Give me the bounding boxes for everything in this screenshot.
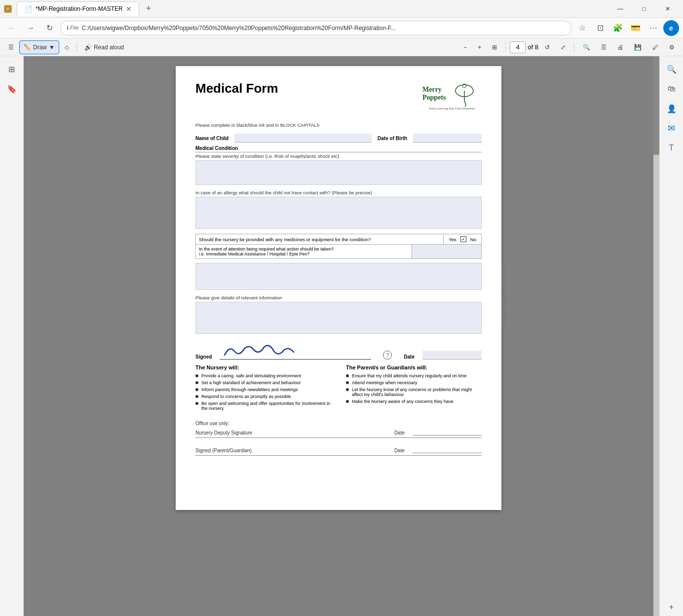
eraser-button[interactable]: ◇ xyxy=(60,40,74,54)
nursery-col: The Nursery will: Provide a caring, safe… xyxy=(195,364,331,413)
draw-label: Draw xyxy=(33,44,47,51)
draw-tool-button[interactable]: ✏️ Draw ▼ xyxy=(19,40,59,54)
draw-dropdown-icon: ▼ xyxy=(49,44,55,51)
right-sidebar: 🔍 🛍 👤 ✉ T + xyxy=(659,56,683,616)
list-item: Attend meetings when necessary xyxy=(346,380,482,385)
main-layout: ⊞ 🔖 MEDICAL FORM Medical Form xyxy=(0,56,683,616)
address-icons: ☆ ⊡ 🧩 💳 ⋯ e xyxy=(574,20,679,36)
list-item: Let the Nursery know of any concerns or … xyxy=(346,387,482,397)
zoom-in-button[interactable]: + xyxy=(473,40,486,54)
tools-button[interactable]: 🖊 xyxy=(648,40,663,54)
relevant-info-label: Please give details of relevant informat… xyxy=(195,295,482,300)
new-tab-button[interactable]: + xyxy=(143,3,154,14)
separator-1 xyxy=(76,42,77,52)
signature-svg xyxy=(220,341,299,358)
medicines-row: Should the nursery be provided with any … xyxy=(195,234,482,245)
signed-label: Signed xyxy=(195,354,212,360)
date-label2: Date xyxy=(394,430,405,435)
tab-title: *MP-Registration-Form-MASTER xyxy=(36,5,123,12)
list-item: Make the Nursery aware of any concerns t… xyxy=(346,399,482,404)
logo-area: Merry Poppets Early Learning Day Care Nu… xyxy=(422,81,482,114)
sidebar-outlook-icon[interactable]: ✉ xyxy=(663,119,681,137)
nursery-deputy-label: Nursery Deputy Signature xyxy=(195,430,386,435)
allergy-question: In case of an allergy what should the ch… xyxy=(195,190,482,195)
title-bar-left: 📄 *MP-Registration-Form-MASTER ✕ + xyxy=(4,1,154,16)
signed-parent-label: Signed (Parent/Guardian) xyxy=(195,448,386,453)
settings-button[interactable]: ⚙ xyxy=(665,40,679,54)
form-header: Medical Form Merry Poppets Early Learnin… xyxy=(195,81,482,114)
immersive-reader-button[interactable]: ☰ xyxy=(597,40,611,54)
form-instruction: Please complete in black/blue ink and in… xyxy=(195,122,482,128)
extensions-icon[interactable]: 🧩 xyxy=(610,20,626,36)
title-bar: 📄 *MP-Registration-Form-MASTER ✕ + — □ ✕ xyxy=(0,0,683,18)
fit-page-button[interactable]: ⊞ xyxy=(488,40,501,54)
parent-will-list: Ensure that my child attends nursery reg… xyxy=(346,373,482,404)
sidebar-person-icon[interactable]: 👤 xyxy=(663,100,681,117)
pdf-page: MEDICAL FORM Medical Form Merry xyxy=(176,66,501,510)
full-screen-button[interactable]: ⤢ xyxy=(556,40,570,54)
attention-question: In the event of attention being required… xyxy=(196,245,412,258)
sidebar-thumbnails-icon[interactable]: ⊞ xyxy=(3,60,21,78)
read-aloud-button[interactable]: 🔊 Read aloud xyxy=(80,40,128,54)
tab-close-button[interactable]: ✕ xyxy=(126,5,132,13)
allergy-input[interactable] xyxy=(195,197,482,229)
settings-more-icon[interactable]: ⋯ xyxy=(645,20,661,36)
maximize-button[interactable]: □ xyxy=(633,1,655,17)
sidebar-shopping-icon[interactable]: 🛍 xyxy=(663,80,681,98)
date-label3: Date xyxy=(394,448,405,453)
wallet-icon[interactable]: 💳 xyxy=(628,20,644,36)
svg-text:Merry: Merry xyxy=(422,86,442,93)
parent-col: The Parent/s or Guardian/s will: Ensure … xyxy=(346,364,482,413)
sidebar-bookmarks-icon[interactable]: 🔖 xyxy=(3,80,21,98)
attention-answer[interactable] xyxy=(412,245,481,258)
separator-3 xyxy=(574,42,574,52)
name-input[interactable] xyxy=(234,134,372,143)
read-aloud-label: Read aloud xyxy=(94,44,124,51)
close-button[interactable]: ✕ xyxy=(656,1,679,17)
scrollbar-thumb[interactable] xyxy=(653,56,659,155)
help-icon[interactable]: ? xyxy=(383,351,392,360)
yn-answers: Yes ✓ No xyxy=(444,234,481,244)
profile-collections-icon[interactable]: ⊡ xyxy=(592,20,608,36)
favorites-icon[interactable]: ☆ xyxy=(574,20,590,36)
sidebar-add-icon[interactable]: + xyxy=(663,598,681,616)
sidebar-search-icon[interactable]: 🔍 xyxy=(663,60,681,78)
signature-row: Signed ? Date xyxy=(195,342,482,360)
address-bar: ← → ↻ ℹ File C:/Users/wigwe/Dropbox/Merr… xyxy=(0,18,683,38)
merry-poppets-logo: Merry Poppets Early Learning Day Care Nu… xyxy=(422,81,482,113)
zoom-out-button[interactable]: − xyxy=(459,40,471,54)
relevant-info-input[interactable] xyxy=(195,302,482,334)
date-input[interactable] xyxy=(422,351,482,360)
list-item: Provide a caring, safe and stimulating e… xyxy=(195,373,331,378)
two-col-section: The Nursery will: Provide a caring, safe… xyxy=(195,364,482,413)
severity-input[interactable] xyxy=(195,160,482,185)
page-number-input[interactable] xyxy=(510,41,526,53)
search-button[interactable]: 🔍 xyxy=(578,40,595,54)
date-label: Date xyxy=(404,354,415,360)
rotate-button[interactable]: ↺ xyxy=(540,40,554,54)
forward-button[interactable]: → xyxy=(23,20,38,36)
refresh-button[interactable]: ↻ xyxy=(41,20,57,36)
toolbar-left-group: ☰ ✏️ Draw ▼ ◇ 🔊 Read aloud xyxy=(4,40,128,54)
save-button[interactable]: 💾 xyxy=(630,40,646,54)
action-textarea[interactable] xyxy=(195,263,482,290)
menu-button[interactable]: ☰ xyxy=(4,40,18,54)
signature-area[interactable] xyxy=(220,342,371,360)
dob-label: Date of Birth xyxy=(378,136,407,141)
minimize-button[interactable]: — xyxy=(609,1,632,17)
scrollbar[interactable] xyxy=(653,56,659,616)
pen-icon: ✏️ xyxy=(24,44,31,51)
nursery-deputy-row: Nursery Deputy Signature Date xyxy=(195,430,482,438)
pdf-area[interactable]: MEDICAL FORM Medical Form Merry xyxy=(24,56,653,616)
yes-checkbox[interactable]: ✓ xyxy=(460,236,466,242)
back-button[interactable]: ← xyxy=(4,20,20,36)
sidebar-teams-icon[interactable]: T xyxy=(663,139,681,157)
svg-text:Poppets: Poppets xyxy=(422,94,446,101)
dob-input[interactable] xyxy=(413,134,482,143)
print-button[interactable]: 🖨 xyxy=(613,40,628,54)
address-input[interactable]: ℹ File C:/Users/wigwe/Dropbox/Merry%20Po… xyxy=(60,21,571,36)
severity-question: Please state severity of condition (i.e.… xyxy=(195,153,482,159)
separator-2 xyxy=(505,42,506,52)
browser-tab[interactable]: 📄 *MP-Registration-Form-MASTER ✕ xyxy=(17,1,139,16)
edge-profile-button[interactable]: e xyxy=(663,20,679,36)
